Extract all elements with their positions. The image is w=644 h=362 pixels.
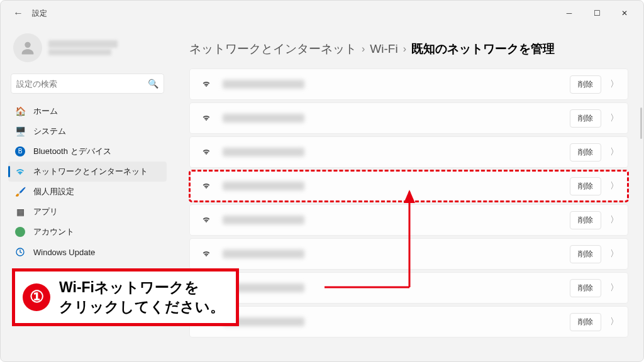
sidebar-item-label: Bluetooth とデバイス xyxy=(33,146,111,157)
chevron-right-icon[interactable]: 〉 xyxy=(608,248,621,260)
back-button[interactable]: ← xyxy=(13,8,23,19)
main-panel: ネットワークとインターネット › Wi-Fi › 既知のネットワークを管理 削除… xyxy=(172,26,643,361)
forget-button[interactable]: 削除 xyxy=(570,177,601,195)
sidebar-item-apps[interactable]: ▦アプリ xyxy=(8,202,167,222)
breadcrumb-part1[interactable]: ネットワークとインターネット xyxy=(189,41,357,57)
wifi-icon xyxy=(201,248,211,260)
ssid-blur xyxy=(223,250,304,258)
network-row[interactable]: 削除〉 xyxy=(189,306,628,337)
close-button[interactable]: ✕ xyxy=(611,4,638,23)
network-icon xyxy=(14,166,26,177)
maximize-button[interactable]: ☐ xyxy=(583,4,611,23)
chevron-right-icon[interactable]: 〉 xyxy=(608,316,621,327)
forget-button[interactable]: 削除 xyxy=(570,245,601,263)
sidebar-item-account[interactable]: アカウント xyxy=(8,222,167,242)
ssid-blur xyxy=(223,182,304,190)
avatar xyxy=(13,33,42,62)
sidebar-item-system[interactable]: 🖥️システム xyxy=(8,121,167,141)
breadcrumb: ネットワークとインターネット › Wi-Fi › 既知のネットワークを管理 xyxy=(189,41,628,57)
breadcrumb-sep-2: › xyxy=(403,43,406,55)
search-input[interactable] xyxy=(16,79,148,89)
ssid-blur xyxy=(223,148,304,156)
instruction-callout: ① Wi-Fiネットワークを クリックしてください。 xyxy=(12,268,239,326)
wifi-icon xyxy=(201,112,211,124)
wifi-icon xyxy=(201,79,211,90)
sidebar-item-label: ホーム xyxy=(33,106,58,117)
user-block[interactable] xyxy=(8,26,167,74)
chevron-right-icon[interactable]: 〉 xyxy=(608,112,621,124)
breadcrumb-current: 既知のネットワークを管理 xyxy=(411,41,555,57)
wifi-icon xyxy=(201,180,211,192)
breadcrumb-sep-1: › xyxy=(362,43,365,55)
account-icon xyxy=(14,226,26,238)
ssid-blur xyxy=(223,114,304,123)
svg-point-0 xyxy=(25,42,30,48)
network-row[interactable]: 削除〉 xyxy=(189,272,628,304)
wifi-icon xyxy=(201,214,211,226)
network-row[interactable]: 削除〉 xyxy=(189,204,628,236)
settings-window: ← 設定 ─ ☐ ✕ 🔍 🏠ホーム🖥️システム xyxy=(0,0,644,362)
apps-icon: ▦ xyxy=(14,206,26,217)
ssid-blur xyxy=(223,216,304,224)
forget-button[interactable]: 削除 xyxy=(570,279,601,297)
sidebar-item-personalization[interactable]: 🖌️個人用設定 xyxy=(8,182,167,202)
search-box[interactable]: 🔍 xyxy=(11,74,164,94)
wifi-icon xyxy=(201,146,211,158)
bluetooth-icon: B xyxy=(14,146,26,157)
network-row[interactable]: 削除〉 xyxy=(189,238,628,270)
forget-button[interactable]: 削除 xyxy=(570,109,601,128)
sidebar-item-home[interactable]: 🏠ホーム xyxy=(8,101,167,121)
chevron-right-icon[interactable]: 〉 xyxy=(608,180,621,192)
search-icon: 🔍 xyxy=(148,79,158,89)
person-icon xyxy=(19,39,36,57)
callout-text: Wi-Fiネットワークを クリックしてください。 xyxy=(59,278,225,317)
windows-update-icon xyxy=(14,246,26,258)
titlebar-left: ← 設定 xyxy=(13,8,47,19)
chevron-right-icon[interactable]: 〉 xyxy=(608,79,621,90)
nav-list: 🏠ホーム🖥️システムBBluetooth とデバイスネットワークとインターネット… xyxy=(8,101,167,262)
sidebar-item-label: システム xyxy=(33,126,66,137)
sidebar-scrollbar[interactable] xyxy=(640,107,642,139)
window-controls: ─ ☐ ✕ xyxy=(555,4,638,23)
network-row[interactable]: 削除〉 xyxy=(189,102,628,134)
sidebar-item-label: ネットワークとインターネット xyxy=(33,166,148,177)
personalization-icon: 🖌️ xyxy=(14,186,26,197)
chevron-right-icon[interactable]: 〉 xyxy=(608,214,621,226)
sidebar-item-label: アカウント xyxy=(33,226,74,238)
sidebar-item-label: 個人用設定 xyxy=(33,186,74,197)
known-networks-list: 削除〉削除〉削除〉削除〉削除〉削除〉削除〉削除〉 xyxy=(189,69,628,337)
sidebar-item-network[interactable]: ネットワークとインターネット xyxy=(8,162,167,182)
forget-button[interactable]: 削除 xyxy=(570,75,601,94)
ssid-blur xyxy=(223,80,304,89)
breadcrumb-part2[interactable]: Wi-Fi xyxy=(370,42,397,56)
home-icon: 🏠 xyxy=(14,106,26,117)
chevron-right-icon[interactable]: 〉 xyxy=(608,282,621,293)
minimize-button[interactable]: ─ xyxy=(555,4,583,23)
callout-number-badge: ① xyxy=(23,283,50,311)
forget-button[interactable]: 削除 xyxy=(570,211,601,229)
network-row[interactable]: 削除〉 xyxy=(189,170,628,202)
user-email-blur xyxy=(48,49,111,55)
system-icon: 🖥️ xyxy=(14,126,26,137)
forget-button[interactable]: 削除 xyxy=(570,313,601,331)
sidebar-item-windows-update[interactable]: Windows Update xyxy=(8,242,167,262)
network-row[interactable]: 削除〉 xyxy=(189,69,628,100)
network-row[interactable]: 削除〉 xyxy=(189,136,628,168)
chevron-right-icon[interactable]: 〉 xyxy=(608,146,621,158)
titlebar: ← 設定 ─ ☐ ✕ xyxy=(1,1,643,26)
user-text xyxy=(48,40,118,55)
user-name-blur xyxy=(48,40,118,48)
sidebar-item-label: アプリ xyxy=(33,206,58,217)
forget-button[interactable]: 削除 xyxy=(570,143,601,162)
sidebar-item-label: Windows Update xyxy=(33,248,95,257)
sidebar-item-bluetooth[interactable]: BBluetooth とデバイス xyxy=(8,141,167,162)
app-title: 設定 xyxy=(32,8,47,19)
